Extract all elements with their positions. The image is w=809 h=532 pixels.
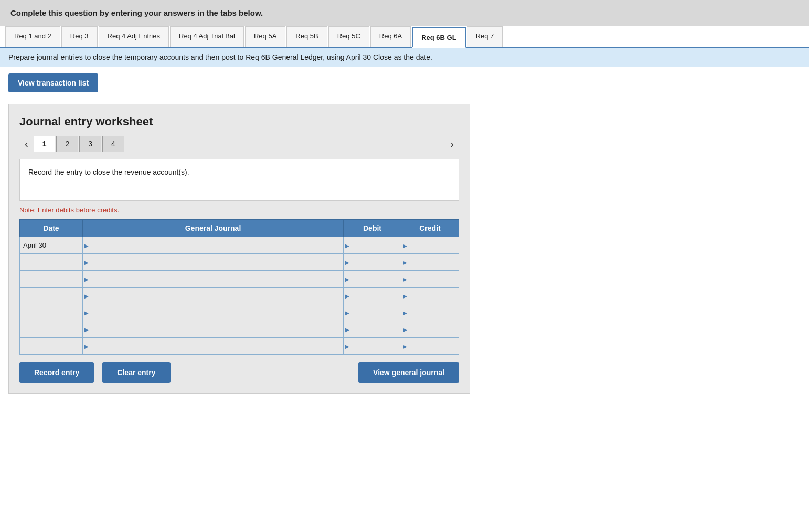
note-text: Note: Enter debits before credits. (19, 206, 459, 214)
journal-input-2[interactable] (83, 271, 343, 287)
credit-cell-3[interactable] (401, 288, 459, 304)
tab-req5c[interactable]: Req 5C (328, 26, 369, 47)
col-header-date: Date (20, 220, 83, 237)
top-banner: Complete this question by entering your … (0, 0, 809, 26)
debit-input-6[interactable] (344, 338, 401, 354)
col-header-journal: General Journal (83, 220, 344, 237)
debit-cell-4[interactable] (344, 304, 401, 321)
credit-input-5[interactable] (401, 321, 459, 337)
debit-cell-6[interactable] (344, 338, 401, 355)
prev-page-arrow[interactable]: ‹ (19, 138, 34, 150)
instruction-text: Prepare journal entries to close the tem… (8, 53, 432, 61)
worksheet-title: Journal entry worksheet (19, 115, 459, 129)
credit-cell-1[interactable] (401, 254, 459, 271)
debit-cell-0[interactable] (344, 237, 401, 254)
col-header-debit: Debit (344, 220, 401, 237)
table-row (20, 321, 459, 338)
journal-cell-5[interactable] (83, 321, 344, 338)
tab-req6a[interactable]: Req 6A (370, 26, 411, 47)
tab-req7[interactable]: Req 7 (467, 26, 503, 47)
debit-cell-2[interactable] (344, 271, 401, 288)
record-entry-button[interactable]: Record entry (19, 362, 94, 383)
journal-cell-2[interactable] (83, 271, 344, 288)
date-cell-1 (20, 254, 83, 271)
next-page-arrow[interactable]: › (445, 138, 459, 150)
credit-input-6[interactable] (401, 338, 459, 354)
journal-input-4[interactable] (83, 304, 343, 321)
view-transaction-area: View transaction list (8, 73, 98, 92)
journal-cell-1[interactable] (83, 254, 344, 271)
banner-text: Complete this question by entering your … (10, 8, 263, 17)
tabs-row: Req 1 and 2Req 3Req 4 Adj EntriesReq 4 A… (0, 26, 809, 48)
credit-cell-2[interactable] (401, 271, 459, 288)
journal-input-1[interactable] (83, 254, 343, 270)
credit-cell-5[interactable] (401, 321, 459, 338)
date-cell-5 (20, 321, 83, 338)
journal-input-0[interactable] (83, 237, 343, 253)
journal-cell-0[interactable] (83, 237, 344, 254)
page-tab-1[interactable]: 1 (34, 136, 56, 152)
debit-input-3[interactable] (344, 288, 401, 304)
journal-input-5[interactable] (83, 321, 343, 337)
debit-input-5[interactable] (344, 321, 401, 337)
credit-input-2[interactable] (401, 271, 459, 287)
instruction-bar: Prepare journal entries to close the tem… (0, 48, 809, 67)
entry-description-text: Record the entry to close the revenue ac… (28, 168, 189, 176)
tab-req3[interactable]: Req 3 (61, 26, 98, 47)
page-tabs: 1234 (34, 136, 125, 152)
page-tab-2[interactable]: 2 (56, 136, 78, 152)
table-row (20, 271, 459, 288)
worksheet-container: Journal entry worksheet ‹ 1234 › Record … (8, 104, 470, 394)
credit-input-4[interactable] (401, 304, 459, 321)
tab-req6bgl[interactable]: Req 6B GL (412, 27, 465, 48)
journal-table: Date General Journal Debit Credit April … (19, 219, 459, 355)
table-row (20, 338, 459, 355)
journal-cell-4[interactable] (83, 304, 344, 321)
credit-input-0[interactable] (401, 237, 459, 253)
view-general-journal-button[interactable]: View general journal (358, 362, 459, 383)
col-header-credit: Credit (401, 220, 459, 237)
credit-input-3[interactable] (401, 288, 459, 304)
page-tab-3[interactable]: 3 (79, 136, 101, 152)
page-nav: ‹ 1234 › (19, 136, 459, 152)
page-tab-4[interactable]: 4 (102, 136, 124, 152)
tab-req4adjtrial[interactable]: Req 4 Adj Trial Bal (170, 26, 244, 47)
journal-input-3[interactable] (83, 288, 343, 304)
table-row (20, 304, 459, 321)
credit-input-1[interactable] (401, 254, 459, 270)
date-cell-3 (20, 288, 83, 304)
table-row: April 30 (20, 237, 459, 254)
entry-description: Record the entry to close the revenue ac… (19, 159, 459, 201)
date-cell-2 (20, 271, 83, 288)
debit-input-0[interactable] (344, 237, 401, 253)
tab-req5a[interactable]: Req 5A (245, 26, 285, 47)
journal-cell-3[interactable] (83, 288, 344, 304)
tab-req5b[interactable]: Req 5B (286, 26, 327, 47)
tab-req1and2[interactable]: Req 1 and 2 (5, 26, 60, 47)
date-cell-6 (20, 338, 83, 355)
journal-cell-6[interactable] (83, 338, 344, 355)
clear-entry-button[interactable]: Clear entry (102, 362, 170, 383)
journal-input-6[interactable] (83, 338, 343, 354)
debit-input-4[interactable] (344, 304, 401, 321)
tab-req4adjentries[interactable]: Req 4 Adj Entries (99, 26, 169, 47)
table-row (20, 288, 459, 304)
bottom-buttons: Record entry Clear entry View general jo… (19, 362, 459, 383)
date-cell-0: April 30 (20, 237, 83, 254)
view-transaction-button[interactable]: View transaction list (8, 73, 98, 92)
debit-input-2[interactable] (344, 271, 401, 287)
debit-cell-5[interactable] (344, 321, 401, 338)
debit-cell-3[interactable] (344, 288, 401, 304)
credit-cell-4[interactable] (401, 304, 459, 321)
credit-cell-6[interactable] (401, 338, 459, 355)
debit-input-1[interactable] (344, 254, 401, 270)
table-row (20, 254, 459, 271)
date-cell-4 (20, 304, 83, 321)
credit-cell-0[interactable] (401, 237, 459, 254)
debit-cell-1[interactable] (344, 254, 401, 271)
